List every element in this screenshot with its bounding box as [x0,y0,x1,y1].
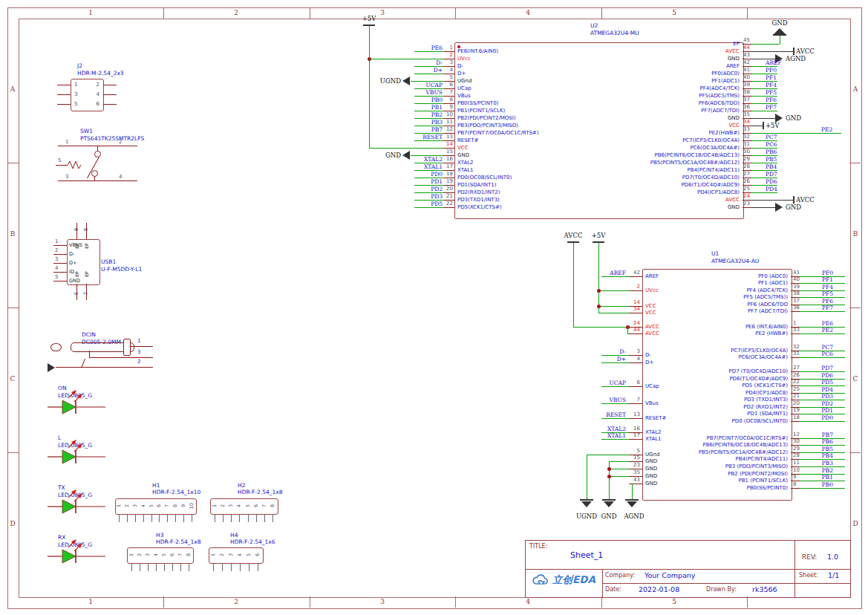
net-label[interactable]: UCAP [398,82,443,88]
wire[interactable] [751,51,793,52]
power-flag-avcc[interactable]: AVCC [796,48,815,55]
net-label[interactable]: PD7 [766,171,777,178]
pin-stub[interactable] [192,514,192,522]
net-label[interactable]: PF5 [766,89,777,96]
net-label[interactable]: PF5 [796,290,833,297]
frame-tick[interactable] [7,163,19,163]
net-label[interactable]: PB7 [796,432,833,438]
net-label[interactable]: UCAP [581,380,626,386]
frame-tick[interactable] [163,7,164,19]
pin-stub[interactable] [103,104,117,105]
net-label[interactable]: PD1 [796,407,833,414]
wire[interactable] [598,243,599,313]
pin-stub[interactable] [130,346,153,347]
wire[interactable] [573,243,574,327]
net-label[interactable]: PB7 [398,126,443,133]
wire[interactable] [800,333,845,334]
net-label[interactable]: RESET [398,134,443,140]
power-flag-5v[interactable]: +5V [584,232,613,239]
wire[interactable] [369,26,370,148]
pin-stub[interactable] [57,85,71,85]
pin-stub[interactable] [231,514,232,522]
pin-stub[interactable] [215,514,215,522]
pin-stub[interactable] [249,563,249,571]
net-label[interactable]: XTAL2 [398,156,443,163]
net-label[interactable]: PF7 [766,104,777,111]
tb-title-value[interactable]: Sheet_1 [570,550,603,560]
net-label[interactable]: PB0 [796,481,833,488]
pin-stub[interactable] [56,165,68,166]
pin-stub[interactable] [175,514,176,522]
pin-stub[interactable] [159,514,160,522]
frame-tick[interactable] [310,7,310,19]
frame-tick[interactable] [601,7,602,19]
frame-tick[interactable] [455,7,456,19]
net-label[interactable]: XTAL2 [581,426,626,432]
pin-stub[interactable] [167,514,168,522]
jack-contact[interactable] [89,351,90,357]
power-flag-bar[interactable] [763,122,764,129]
net-label[interactable]: AREF [766,59,782,66]
wire[interactable] [601,386,629,387]
pin-stub[interactable] [172,563,173,571]
frame-tick[interactable] [601,596,602,608]
pin-stub[interactable] [53,254,67,255]
wire[interactable] [598,313,629,313]
j2-value[interactable]: HDR-M-2.54_2x3 [77,70,124,77]
schematic-canvas[interactable]: 1122334455AABBCCDD J2 HDR-M-2.54_2x3 123… [0,0,868,615]
net-label[interactable]: D+ [398,67,443,74]
frame-tick[interactable] [849,308,861,308]
wire[interactable] [414,207,444,208]
net-label[interactable]: PD0 [398,171,443,178]
pin-stub[interactable] [189,563,189,571]
frame-tick[interactable] [455,596,456,608]
pin-stub[interactable] [273,514,273,522]
pin-stub[interactable] [131,563,132,571]
wire[interactable] [632,484,633,499]
power-flag-bar[interactable] [793,196,794,204]
pin-stub[interactable] [239,514,240,522]
net-label[interactable]: D- [398,59,443,66]
pin-stub[interactable] [248,514,249,522]
net-label[interactable]: AREF [581,270,626,276]
pin-stub[interactable] [151,514,152,522]
u1-value[interactable]: ATMEGA32U4-AU [711,258,759,264]
net-label[interactable]: PB3 [796,460,833,466]
frame-tick[interactable] [849,163,861,163]
pin-stub[interactable] [256,514,257,522]
net-label[interactable]: PE2 [796,327,833,333]
net-label[interactable]: PB2 [796,467,833,474]
ground-symbol-bar[interactable] [625,499,639,501]
net-label[interactable]: PB2 [398,111,443,118]
net-label[interactable]: PF4 [796,284,833,290]
pin-stub[interactable] [103,85,117,85]
pin-stub[interactable] [791,488,800,489]
net-label[interactable]: PC7 [766,134,777,140]
wire[interactable] [800,488,845,489]
net-label[interactable]: PD6 [766,178,777,185]
pin-stub[interactable] [240,563,241,571]
pin-stub[interactable] [222,563,223,571]
ground-port[interactable]: GND [765,19,794,27]
j2-ref[interactable]: J2 [77,62,82,69]
pin-stub[interactable] [180,563,181,571]
net-label[interactable]: PE6 [398,45,443,51]
net-label[interactable]: PC6 [796,351,833,357]
pin-stub[interactable] [53,245,67,246]
net-label[interactable]: VBUS [398,89,443,96]
ground-symbol-bar[interactable] [773,34,786,36]
usb1-ref[interactable]: USB1 [101,258,116,265]
ground-symbol-bar[interactable] [602,499,616,501]
wire[interactable] [780,35,780,44]
pin-stub[interactable] [791,421,800,422]
net-label[interactable]: PB1 [796,474,833,481]
pin-stub[interactable] [56,367,153,368]
pin-stub[interactable] [148,563,149,571]
tb-company-value[interactable]: Your Company [645,571,696,579]
net-label[interactable]: PE2 [821,126,832,133]
wire[interactable] [601,276,629,277]
wire[interactable] [601,439,629,440]
net-label[interactable]: XTAL1 [581,432,626,439]
wire[interactable] [573,327,629,328]
wire[interactable] [751,44,780,45]
